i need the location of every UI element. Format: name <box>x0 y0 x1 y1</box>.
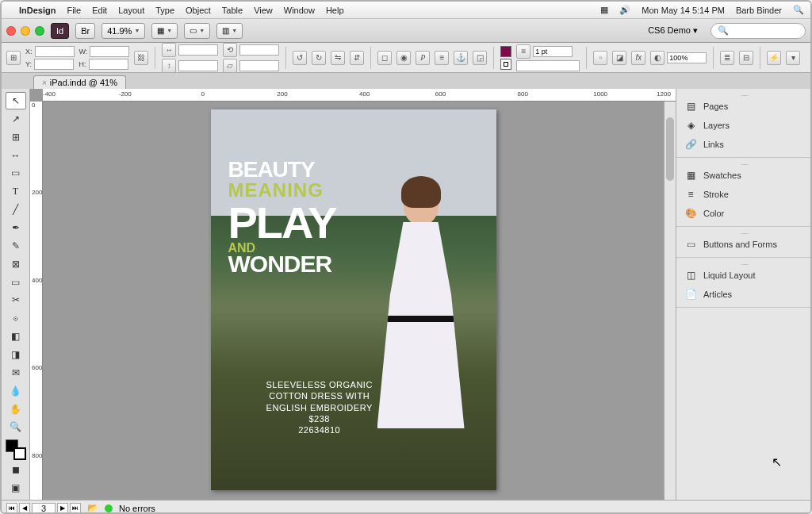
select-container-icon[interactable]: ◻ <box>377 51 392 65</box>
app-name[interactable]: InDesign <box>19 6 56 15</box>
clock[interactable]: Mon May 14 5:14 PM <box>642 6 725 15</box>
volume-icon[interactable]: 🔊 <box>619 5 630 15</box>
x-input[interactable] <box>35 46 75 57</box>
menu-edit[interactable]: Edit <box>92 6 107 15</box>
rectangle-tool[interactable]: ▭ <box>6 274 26 291</box>
panel-stroke[interactable]: ≡Stroke <box>676 185 810 204</box>
vertical-scrollbar[interactable] <box>664 102 676 500</box>
menu-file[interactable]: File <box>67 6 81 15</box>
rotate-cw-icon[interactable]: ↻ <box>312 51 326 65</box>
zoom-tool[interactable]: 🔍 <box>6 418 26 435</box>
scissors-tool[interactable]: ✂ <box>6 291 26 309</box>
gradient-swatch-tool[interactable]: ◧ <box>6 328 26 345</box>
w-input[interactable] <box>90 46 129 57</box>
effects-icon[interactable]: ▫ <box>593 51 607 65</box>
scale-y-icon[interactable]: ↕ <box>162 59 176 73</box>
workspace-dropdown[interactable]: CS6 Demo ▾ <box>642 25 704 36</box>
menu-icon[interactable]: ▾ <box>786 51 800 65</box>
menu-window[interactable]: Window <box>284 6 315 15</box>
select-content-icon[interactable]: ◉ <box>396 51 411 65</box>
open-file-icon[interactable]: 📂 <box>87 503 98 513</box>
panel-links[interactable]: 🔗Links <box>676 135 810 154</box>
rotate-input[interactable] <box>239 44 279 56</box>
note-tool[interactable]: ✉ <box>6 364 26 382</box>
screen-mode-icon[interactable]: ▣ <box>6 479 26 497</box>
selection-tool[interactable]: ↖ <box>6 92 26 109</box>
panel-liquid-layout[interactable]: ◫Liquid Layout <box>676 266 810 285</box>
minimize-window-button[interactable] <box>21 26 30 36</box>
prev-page-button[interactable]: ◀ <box>19 503 30 514</box>
rotate-ccw-icon[interactable]: ↺ <box>293 51 307 65</box>
screen-mode-button[interactable]: ▭▼ <box>184 23 210 39</box>
constrain-icon[interactable]: ⛓ <box>134 51 148 65</box>
zoom-window-button[interactable] <box>35 26 44 36</box>
h-input[interactable] <box>89 59 128 70</box>
shear-input[interactable] <box>239 60 279 71</box>
menu-object[interactable]: Object <box>186 6 211 15</box>
reference-point-icon[interactable]: ⊞ <box>6 51 21 65</box>
menu-layout[interactable]: Layout <box>118 6 144 15</box>
anchor-icon[interactable]: ⚓ <box>454 51 468 65</box>
stroke-weight-input[interactable] <box>533 46 573 57</box>
menu-type[interactable]: Type <box>155 6 174 15</box>
pencil-tool[interactable]: ✎ <box>6 237 26 255</box>
stroke-style-dropdown[interactable] <box>516 60 580 71</box>
gradient-feather-tool[interactable]: ◨ <box>6 346 26 363</box>
scale-y-input[interactable] <box>178 60 218 71</box>
canvas-area[interactable]: BEAUTY MEANING PLAY AND WONDER SLEEVELES… <box>43 102 664 500</box>
arrange-documents-button[interactable]: ▥▼ <box>216 23 243 39</box>
preflight-status-icon[interactable] <box>105 504 113 512</box>
corner-icon[interactable]: ◲ <box>473 51 487 65</box>
scrollbar-thumb[interactable] <box>666 117 674 181</box>
page-number-input[interactable] <box>32 503 56 514</box>
spotlight-icon[interactable]: 🔍 <box>793 5 804 15</box>
rectangle-frame-tool[interactable]: ⊠ <box>6 255 26 273</box>
hand-tool[interactable]: ✋ <box>6 401 26 418</box>
panel-pages[interactable]: ▤Pages <box>676 97 810 116</box>
flip-h-icon[interactable]: ⇋ <box>331 51 345 65</box>
zoom-level-dropdown[interactable]: 41.9%▼ <box>102 23 145 39</box>
page-tool[interactable]: ⊞ <box>6 128 26 146</box>
next-page-button[interactable]: ▶ <box>57 503 68 514</box>
menu-table[interactable]: Table <box>222 6 243 15</box>
last-page-button[interactable]: ⏭ <box>70 503 81 514</box>
vertical-ruler[interactable]: 0 200 400 600 800 <box>30 102 43 500</box>
scale-x-icon[interactable]: ↔ <box>162 43 176 57</box>
wrap-icon[interactable]: ≡ <box>435 51 449 65</box>
gap-tool[interactable]: ↔ <box>6 147 26 164</box>
spaces-icon[interactable]: ▦ <box>600 5 608 15</box>
drop-shadow-icon[interactable]: ◪ <box>612 51 626 65</box>
pen-tool[interactable]: ✒ <box>6 219 26 236</box>
fill-swatch[interactable] <box>500 46 511 57</box>
close-window-button[interactable] <box>6 26 16 36</box>
flip-v-icon[interactable]: ⇵ <box>350 51 364 65</box>
preflight-status-text[interactable]: No errors <box>119 504 155 513</box>
user-name[interactable]: Barb Binder <box>736 6 782 15</box>
y-input[interactable] <box>34 59 74 70</box>
panel-color[interactable]: 🎨Color <box>676 204 810 223</box>
fill-stroke-control[interactable] <box>6 439 26 460</box>
type-tool[interactable]: T <box>6 182 26 200</box>
menu-help[interactable]: Help <box>326 6 344 15</box>
eyedropper-tool[interactable]: 💧 <box>6 382 26 400</box>
paragraph-style-icon[interactable]: P <box>416 51 430 65</box>
document-page[interactable]: BEAUTY MEANING PLAY AND WONDER SLEEVELES… <box>211 109 496 490</box>
view-options-button[interactable]: ▦▼ <box>151 23 178 39</box>
horizontal-ruler[interactable]: -400 -200 0 200 400 600 800 1000 1200 <box>43 89 676 102</box>
opacity-input[interactable] <box>667 52 707 63</box>
apply-color-icon[interactable]: ◼ <box>6 461 26 478</box>
document-tab[interactable]: × iPad.indd @ 41% <box>33 75 126 89</box>
line-tool[interactable]: ╱ <box>6 201 26 218</box>
bridge-button[interactable]: Br <box>75 23 95 39</box>
panel-layers[interactable]: ◈Layers <box>676 116 810 135</box>
id-button[interactable]: Id <box>51 23 69 39</box>
shear-icon[interactable]: ▱ <box>223 59 237 73</box>
first-page-button[interactable]: ⏮ <box>6 503 17 514</box>
rotate-icon[interactable]: ⟲ <box>223 43 237 57</box>
menu-view[interactable]: View <box>254 6 273 15</box>
panel-swatches[interactable]: ▦Swatches <box>676 166 810 185</box>
help-search[interactable]: 🔍 <box>710 23 806 39</box>
scale-x-input[interactable] <box>178 44 218 56</box>
panel-buttons-forms[interactable]: ▭Buttons and Forms <box>676 235 810 254</box>
distribute-icon[interactable]: ⊟ <box>739 51 753 65</box>
